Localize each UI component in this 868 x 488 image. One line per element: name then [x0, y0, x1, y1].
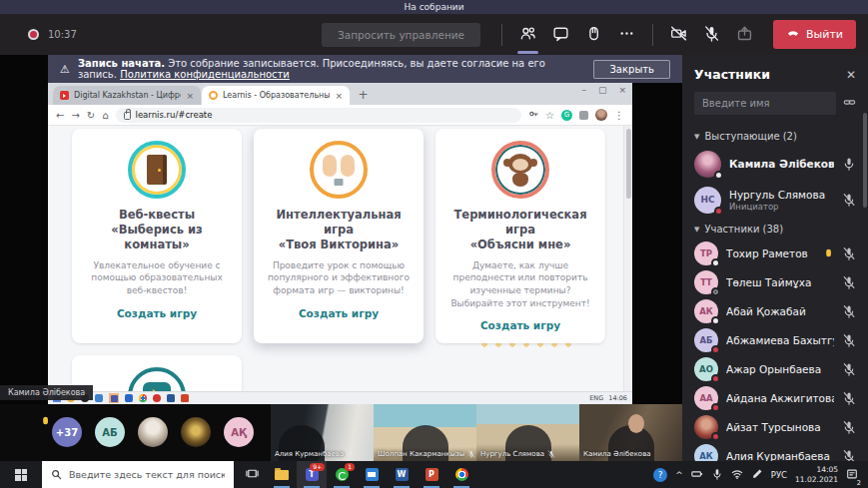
taskbar-search-input[interactable]: [69, 469, 225, 480]
participant-row[interactable]: Айзат Турсынова: [682, 412, 868, 441]
mic-icon[interactable]: [842, 193, 856, 207]
participant-row[interactable]: Камила Әлібекова: [682, 146, 868, 182]
task-view-icon[interactable]: [246, 465, 259, 484]
tray-mic-icon[interactable]: [711, 465, 723, 484]
filmstrip-avatar[interactable]: АҚ: [224, 417, 254, 447]
more-actions-button[interactable]: [610, 18, 643, 51]
word-icon[interactable]: [167, 394, 175, 402]
tab-close-icon[interactable]: ×: [335, 91, 343, 101]
video-tile[interactable]: Камила Әлібекова: [579, 404, 682, 461]
pen-icon[interactable]: [751, 465, 763, 484]
meeting-stage: ⚠ Запись начата. Это собрание записывает…: [0, 55, 682, 461]
wifi-icon[interactable]: [731, 465, 743, 484]
raise-hand-button[interactable]: [577, 18, 610, 51]
start-button[interactable]: [0, 461, 42, 488]
video-tile[interactable]: Шолпан Какарманкызы: [374, 404, 476, 461]
participant-row[interactable]: АК Абай Қожабай: [682, 296, 868, 325]
participant-section-header[interactable]: ▼ Участники (38): [682, 218, 868, 239]
video-tile[interactable]: Нургуль Слямова: [476, 404, 579, 461]
create-game-link[interactable]: Создать игру: [264, 307, 414, 319]
create-game-link[interactable]: Создать игру: [445, 319, 595, 331]
back-icon[interactable]: ←: [56, 110, 64, 121]
shared-lang-label: ENG: [589, 394, 603, 402]
opera-icon[interactable]: [153, 394, 161, 402]
participant-row[interactable]: НС Нургуль Слямова Инициатор: [682, 182, 868, 218]
filmstrip-avatar[interactable]: АБ: [95, 417, 125, 447]
mic-icon[interactable]: [842, 157, 856, 171]
participant-row[interactable]: АА Айдана Акжигитова: [682, 383, 868, 412]
create-game-link[interactable]: Создать игру: [82, 307, 232, 319]
powerpoint-taskbar-icon[interactable]: P: [417, 461, 446, 488]
taskbar-search-box[interactable]: [42, 461, 234, 488]
participant-row[interactable]: АК Алия Курманбаева: [682, 441, 868, 461]
url-field[interactable]: learnis.ru/#create: [116, 108, 522, 123]
chrome-taskbar-icon[interactable]: [446, 461, 476, 488]
participant-section-header[interactable]: ▼ Выступающие (2): [682, 125, 868, 146]
teams-app-icon[interactable]: [109, 393, 119, 403]
participant-search-input[interactable]: [694, 92, 836, 115]
mic-icon[interactable]: [842, 246, 856, 260]
maximize-icon[interactable]: ▢: [598, 85, 607, 95]
close-icon[interactable]: ×: [618, 85, 626, 95]
tab-close-icon[interactable]: ×: [186, 91, 194, 101]
browser-tab[interactable]: Digital Kazakhstan - Цифровы… ×: [53, 86, 201, 105]
tray-expand-icon[interactable]: ^: [675, 470, 683, 480]
participant-row[interactable]: АБ Абжамиева Бахытгуль: [682, 325, 868, 354]
extensions-puzzle-icon[interactable]: [579, 111, 588, 120]
word-taskbar-icon[interactable]: W: [387, 461, 417, 488]
powerpoint-icon[interactable]: [181, 394, 189, 402]
new-tab-button[interactable]: +: [355, 86, 372, 103]
filmstrip-avatar[interactable]: +37: [52, 417, 82, 447]
panel-scrollbar[interactable]: [863, 113, 867, 208]
grammarly-icon[interactable]: G: [561, 110, 572, 121]
leave-button[interactable]: Выйти: [773, 20, 856, 49]
filmstrip-avatar[interactable]: [138, 417, 168, 447]
camera-toggle-button[interactable]: [662, 18, 695, 51]
taskbar-clock[interactable]: 14:05 11.02.2021: [795, 465, 838, 484]
password-key-icon[interactable]: [528, 109, 538, 121]
mic-icon[interactable]: [842, 449, 856, 462]
browser-profile-avatar[interactable]: [595, 109, 607, 121]
notification-center-icon[interactable]: 2: [846, 465, 858, 484]
learnis-page-content: Веб-квесты«Выберись из комнаты» Увлекате…: [48, 126, 632, 391]
minimize-icon[interactable]: –: [581, 85, 586, 95]
participant-name: Тохир Раметов: [726, 247, 815, 259]
pinned-app-icon[interactable]: [95, 394, 103, 402]
participants-button[interactable]: [511, 18, 544, 51]
mic-icon[interactable]: [842, 420, 856, 434]
share-screen-button[interactable]: [728, 18, 761, 51]
forward-icon[interactable]: →: [71, 110, 79, 121]
bookmark-star-icon[interactable]: ☆: [545, 110, 554, 121]
mail-icon[interactable]: [357, 461, 387, 488]
invite-link-icon[interactable]: [843, 94, 856, 113]
mic-muted-icon: [347, 450, 355, 458]
request-control-button[interactable]: Запросить управление: [322, 23, 480, 47]
participant-row[interactable]: ТТ Төлеш Таймұха: [682, 267, 868, 296]
mic-icon[interactable]: [842, 275, 856, 289]
refresh-icon[interactable]: ↻: [87, 110, 95, 121]
file-explorer-icon[interactable]: [267, 461, 297, 488]
browser-menu-dots-icon[interactable]: ⋮: [614, 110, 624, 121]
language-indicator[interactable]: РУС: [771, 470, 787, 480]
browser-tab[interactable]: Learnis - Образовательные сер… ×: [202, 86, 350, 105]
mic-icon[interactable]: [842, 304, 856, 318]
filmstrip-avatar[interactable]: [181, 417, 211, 447]
whatsapp-icon[interactable]: 1: [327, 461, 357, 488]
video-tile[interactable]: Алия Курманбаева: [271, 404, 374, 461]
banner-close-button[interactable]: Закрыть: [593, 60, 670, 79]
help-icon[interactable]: ?: [653, 468, 667, 482]
chrome-icon[interactable]: [139, 394, 147, 402]
calculator-icon[interactable]: [125, 394, 133, 402]
home-icon[interactable]: ⌂: [102, 110, 108, 121]
panel-close-icon[interactable]: ✕: [846, 68, 856, 82]
chat-button[interactable]: [544, 18, 577, 51]
mic-icon[interactable]: [842, 362, 856, 376]
mic-toggle-button[interactable]: [695, 18, 728, 51]
privacy-policy-link[interactable]: Политика конфиденциальности: [120, 69, 290, 80]
battery-icon[interactable]: [691, 465, 703, 484]
mic-icon[interactable]: [842, 391, 856, 405]
participant-row[interactable]: АО Ажар Орынбаева: [682, 354, 868, 383]
teams-taskbar-icon[interactable]: T9+: [297, 461, 327, 488]
participant-row[interactable]: ТР Тохир Раметов: [682, 239, 868, 267]
mic-icon[interactable]: [842, 333, 856, 347]
